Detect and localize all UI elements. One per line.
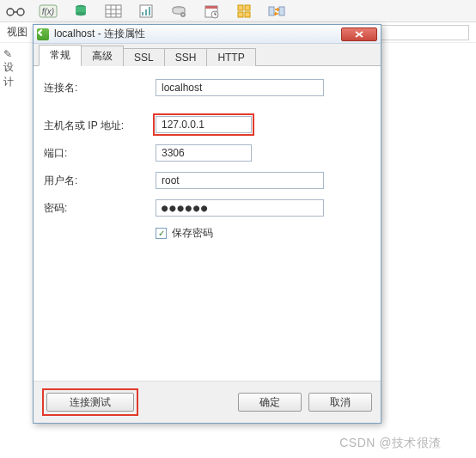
ok-button[interactable]: 确定 <box>238 393 302 412</box>
svg-rect-12 <box>142 12 143 15</box>
database-icon <box>70 3 91 20</box>
fx-icon: f(x) <box>38 3 58 20</box>
password-input[interactable]: ●●●●●● <box>156 199 324 217</box>
report-icon <box>136 3 156 20</box>
svg-point-0 <box>7 9 14 15</box>
user-label: 用户名: <box>44 174 156 188</box>
tab-advanced[interactable]: 高级 <box>81 46 124 66</box>
save-password-checkbox[interactable]: ✓ <box>156 228 167 239</box>
schedule-icon <box>201 3 222 20</box>
svg-text:f(x): f(x) <box>42 7 54 16</box>
host-highlight <box>153 113 254 136</box>
svg-rect-24 <box>245 5 250 10</box>
svg-rect-23 <box>238 5 243 10</box>
background-toolbar: f(x) <box>0 0 476 22</box>
port-label: 端口: <box>44 146 156 161</box>
save-password-label: 保存密码 <box>172 226 213 241</box>
svg-rect-6 <box>106 5 121 17</box>
dialog-button-bar: 连接测试 确定 取消 <box>34 381 381 423</box>
svg-rect-27 <box>269 7 274 15</box>
password-label: 密码: <box>44 201 156 216</box>
svg-rect-25 <box>238 12 243 17</box>
tab-ssh[interactable]: SSH <box>164 48 208 66</box>
svg-rect-13 <box>145 9 147 15</box>
tab-http[interactable]: HTTP <box>206 48 255 66</box>
tab-strip: 常规 高级 SSL SSH HTTP <box>34 44 381 66</box>
table-icon <box>103 3 124 20</box>
glasses-icon <box>5 3 26 20</box>
svg-rect-19 <box>205 6 217 9</box>
tab-general[interactable]: 常规 <box>39 45 82 66</box>
transfer-icon <box>266 3 287 20</box>
titlebar: localhost - 连接属性 <box>34 25 381 44</box>
design-icon: ✎ <box>3 48 12 60</box>
dialog-title: localhost - 连接属性 <box>54 27 341 41</box>
close-icon <box>355 31 363 38</box>
svg-point-1 <box>17 9 24 15</box>
disk-gear-icon <box>168 3 189 20</box>
test-connection-button[interactable]: 连接测试 <box>46 393 134 412</box>
grid-icon <box>234 3 254 20</box>
app-icon <box>37 28 49 40</box>
svg-point-5 <box>76 11 86 15</box>
svg-rect-26 <box>245 12 250 17</box>
port-input[interactable] <box>156 144 252 162</box>
side-panel: ✎ 设计 <box>0 43 26 95</box>
watermark: CSDN @技术很渣 <box>339 436 442 451</box>
conn-name-label: 连接名: <box>44 81 156 95</box>
tab-panel-general: 连接名: 主机名或 IP 地址: 端口: 用户名: <box>34 66 381 381</box>
conn-name-input[interactable] <box>156 79 324 96</box>
cancel-button[interactable]: 取消 <box>308 393 372 412</box>
host-label: 主机名或 IP 地址: <box>44 119 156 133</box>
user-input[interactable] <box>156 172 324 189</box>
connection-dialog: localhost - 连接属性 常规 高级 SSL SSH HTTP 连接名:… <box>33 24 381 424</box>
view-label: 视图 <box>0 25 34 40</box>
test-button-highlight: 连接测试 <box>42 388 138 416</box>
svg-point-17 <box>182 14 184 15</box>
svg-rect-28 <box>279 7 284 15</box>
design-label: 设计 <box>3 61 14 88</box>
host-input[interactable] <box>156 116 252 133</box>
tab-ssl[interactable]: SSL <box>123 48 165 66</box>
svg-rect-14 <box>149 7 150 15</box>
close-button[interactable] <box>341 27 377 41</box>
